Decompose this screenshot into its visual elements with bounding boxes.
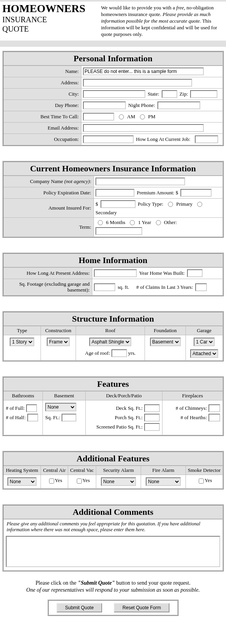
full-input[interactable]: [26, 404, 37, 412]
decksqft-label: Deck Sq. Ft.:: [116, 405, 143, 411]
term-other-input[interactable]: [95, 227, 142, 235]
garage-select[interactable]: 1 Car: [194, 338, 215, 346]
secondary-radio[interactable]: [197, 202, 202, 207]
personal-info-panel: Personal Information Name: Address: City…: [2, 51, 224, 146]
pm-label: PM: [148, 114, 155, 120]
basement-sqft-label: Sq. Ft.:: [45, 415, 60, 421]
company-note: (not agency): [64, 178, 90, 185]
porchsqft-input[interactable]: [144, 414, 160, 422]
footer-text: Please click on the "Submit Quote" butto…: [4, 580, 222, 593]
state-input[interactable]: [162, 90, 177, 98]
yearbuilt-input[interactable]: [187, 269, 203, 277]
zip-input[interactable]: [190, 90, 217, 98]
claims-input[interactable]: [195, 283, 207, 291]
header-intro: We would like to provide you with a free…: [101, 3, 224, 37]
howlong-input[interactable]: [94, 269, 137, 277]
zip-label: Zip:: [180, 91, 188, 97]
foundation-head: Foundation: [145, 326, 185, 335]
premium-label: Premium Amount: $: [137, 190, 178, 196]
screenedsqft-label: Screened Patio Sq. Ft.:: [96, 424, 143, 430]
term-label: Term:: [4, 218, 94, 237]
expdate-label: Policy Expiration Date:: [4, 187, 94, 198]
name-input[interactable]: [83, 68, 204, 75]
fireplaces-head: Fireplaces: [162, 391, 222, 400]
term-6m-label: 6 Months: [106, 219, 125, 226]
am-radio[interactable]: [119, 114, 124, 119]
email-input[interactable]: [83, 124, 204, 132]
term-1y-radio[interactable]: [130, 220, 135, 225]
yearbuilt-label: Year Home Was Built:: [139, 270, 185, 276]
term-other-radio[interactable]: [156, 220, 161, 225]
dayphone-label: Day Phone:: [4, 100, 81, 111]
chimneys-input[interactable]: [208, 404, 220, 412]
pm-radio[interactable]: [140, 114, 145, 119]
garage-head: Garage: [186, 326, 222, 335]
company-label: Company Name (not agency):: [4, 176, 94, 187]
occupation-label: Occupation:: [4, 134, 81, 145]
company-input[interactable]: [95, 178, 185, 185]
address-label: Address:: [4, 77, 81, 88]
intro-free: free: [176, 5, 184, 11]
primary-radio[interactable]: [168, 202, 173, 207]
city-input[interactable]: [83, 90, 145, 98]
howlongjob-input[interactable]: [195, 135, 218, 143]
term-6m-radio[interactable]: [98, 220, 103, 225]
policytype-label: Policy Type:: [138, 201, 164, 207]
screenedsqft-input[interactable]: [144, 423, 160, 431]
page-header: HOMEOWNERS INSURANCE QUOTE We would like…: [0, 2, 226, 41]
ageofroof-label: Age of roof:: [85, 350, 110, 356]
heating-head: Heating System: [4, 466, 41, 475]
ageofroof-input[interactable]: [111, 349, 127, 357]
submit-button[interactable]: Submit Quote: [56, 603, 102, 612]
primary-label: Primary: [176, 201, 192, 207]
occupation-input[interactable]: [83, 135, 134, 143]
type-head: Type: [4, 326, 41, 335]
address-input[interactable]: [83, 79, 192, 87]
home-heading: Home Information: [4, 254, 222, 267]
construction-select[interactable]: Frame: [47, 338, 70, 346]
garage-attached-select[interactable]: Attached: [190, 349, 218, 358]
half-input[interactable]: [27, 414, 38, 422]
footer-line1a: Please click on the: [35, 580, 78, 586]
full-label: # of Full:: [6, 405, 25, 411]
basement-sqft-input[interactable]: [62, 414, 76, 422]
decksqft-input[interactable]: [144, 404, 160, 412]
state-label: State:: [148, 91, 159, 97]
howlong-label: How Long At Present Address:: [4, 268, 92, 279]
basement-head: Basement: [43, 391, 85, 400]
current-heading: Current Homeowners Insurance Information: [4, 162, 222, 176]
firealarm-select[interactable]: None: [146, 477, 181, 486]
construction-head: Construction: [41, 326, 76, 335]
centralair-checkbox[interactable]: [49, 479, 54, 484]
heating-select[interactable]: None: [7, 477, 37, 486]
secondary-label: Secondary: [95, 210, 117, 216]
foundation-select[interactable]: Basement: [150, 338, 181, 346]
sqft-label: Sq. Footage (excluding garage and baseme…: [4, 279, 92, 295]
premium-input[interactable]: [180, 189, 212, 197]
features-panel: Features Bathrooms # of Full: # of Half:…: [2, 376, 224, 436]
comments-textarea[interactable]: [6, 536, 221, 567]
smoke-yes: Yes: [205, 477, 212, 483]
dayphone-input[interactable]: [83, 101, 126, 109]
expdate-input[interactable]: [95, 189, 134, 197]
sqft-input[interactable]: [94, 283, 115, 291]
security-select[interactable]: None: [101, 477, 136, 486]
porchsqft-label: Porch Sq. Ft.:: [115, 415, 143, 421]
reset-button[interactable]: Reset Quote Form: [114, 603, 170, 612]
smoke-checkbox[interactable]: [199, 479, 204, 484]
nightphone-input[interactable]: [157, 101, 200, 109]
footer-line1b: "Submit Quote": [78, 580, 115, 586]
title-line-3: QUOTE: [2, 24, 85, 34]
besttime-input[interactable]: [83, 113, 114, 121]
amountinsured-input[interactable]: [101, 200, 136, 208]
button-tray: Submit Quote Reset Quote Form: [48, 600, 178, 616]
centralvac-checkbox[interactable]: [77, 479, 82, 484]
dollar-sign: $: [95, 201, 98, 207]
type-select[interactable]: 1 Story: [10, 338, 34, 346]
footer-line1c: button to send your quote request.: [115, 580, 191, 586]
basement-select[interactable]: None: [45, 403, 76, 411]
roof-select[interactable]: Asphalt Shingle: [89, 338, 131, 346]
hearths-input[interactable]: [208, 414, 220, 422]
yrs-label: yrs.: [128, 350, 136, 356]
current-insurance-panel: Current Homeowners Insurance Information…: [2, 161, 224, 238]
